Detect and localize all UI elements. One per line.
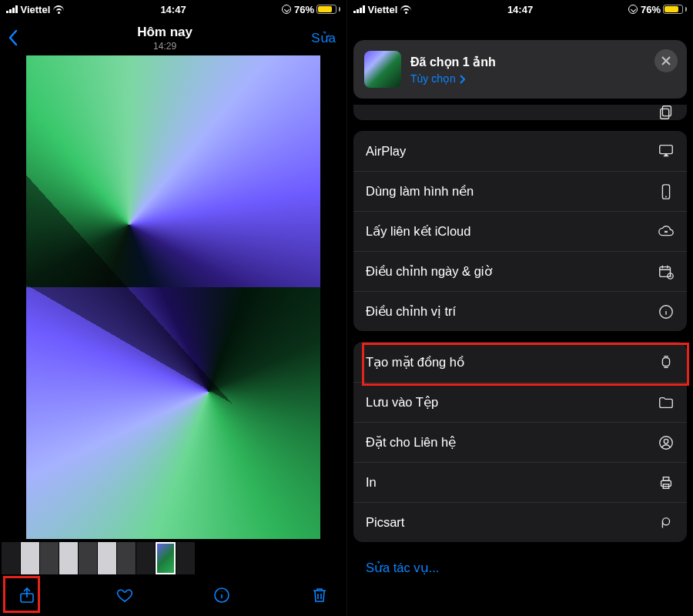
page-subtitle: 14:29 xyxy=(18,41,311,52)
action-wallpaper[interactable]: Dùng làm hình nền xyxy=(353,171,687,211)
calendar-clock-icon xyxy=(654,263,675,280)
status-bar: Viettel 14:47 76% xyxy=(0,0,346,17)
action-label: Picsart xyxy=(366,515,404,530)
phone-right: Viettel 14:47 76% Đã chọn 1 ảnh Tùy chọn xyxy=(346,0,693,616)
action-label: AirPlay xyxy=(366,144,406,159)
selected-photo-thumb xyxy=(364,51,401,88)
info-icon xyxy=(654,303,675,320)
battery-pct: 76% xyxy=(641,4,661,15)
sheet-title: Đã chọn 1 ảnh xyxy=(410,55,496,69)
thumbnail[interactable] xyxy=(136,542,155,574)
back-button[interactable] xyxy=(8,29,18,46)
action-group-2: Tạo mặt đồng hồ Lưu vào Tệp Đặt cho Liên… xyxy=(353,342,687,542)
wifi-icon xyxy=(53,5,64,14)
photo-toolbar xyxy=(0,574,346,616)
sheet-options-link[interactable]: Tùy chọn xyxy=(410,72,496,85)
thumbnail[interactable] xyxy=(21,542,39,574)
wallpaper-image xyxy=(26,55,320,539)
action-assign-contact[interactable]: Đặt cho Liên hệ xyxy=(353,422,687,462)
action-label: Đặt cho Liên hệ xyxy=(366,435,456,450)
chevron-right-icon xyxy=(459,74,465,83)
action-label: In xyxy=(366,475,377,490)
action-create-watch-face[interactable]: Tạo mặt đồng hồ xyxy=(353,342,687,382)
photo-viewer[interactable] xyxy=(26,55,320,539)
carrier-label: Viettel xyxy=(21,4,51,15)
thumbnail[interactable] xyxy=(2,542,20,574)
person-icon xyxy=(654,434,675,451)
orientation-lock-icon xyxy=(282,5,291,14)
svg-rect-4 xyxy=(660,146,673,154)
status-bar: Viettel 14:47 76% xyxy=(347,0,693,17)
thumbnail[interactable] xyxy=(40,542,59,574)
svg-rect-3 xyxy=(661,109,669,119)
action-row-clipped[interactable] xyxy=(353,105,687,120)
svg-rect-14 xyxy=(663,477,668,480)
action-adjust-datetime[interactable]: Điều chỉnh ngày & giờ xyxy=(353,251,687,291)
action-print[interactable]: In xyxy=(353,462,687,502)
orientation-lock-icon xyxy=(628,5,638,14)
battery-indicator: 76% xyxy=(641,4,687,15)
svg-point-6 xyxy=(665,196,667,197)
cloud-link-icon xyxy=(654,223,675,240)
close-button[interactable] xyxy=(654,49,678,72)
action-label: Điều chỉnh ngày & giờ xyxy=(366,264,492,279)
action-group-1: AirPlay Dùng làm hình nền Lấy liên kết i… xyxy=(353,131,687,331)
action-label: Điều chỉnh vị trí xyxy=(366,304,456,319)
copy-icon xyxy=(654,105,675,120)
action-save-to-files[interactable]: Lưu vào Tệp xyxy=(353,382,687,422)
svg-point-16 xyxy=(662,517,669,524)
action-label: Lưu vào Tệp xyxy=(366,395,438,410)
edit-actions-link[interactable]: Sửa tác vụ... xyxy=(353,553,687,575)
action-adjust-location[interactable]: Điều chỉnh vị trí xyxy=(353,291,687,331)
thumbnail[interactable] xyxy=(98,542,116,574)
thumbnail[interactable] xyxy=(79,542,97,574)
picsart-icon xyxy=(654,514,675,531)
battery-indicator: 76% xyxy=(294,4,340,15)
cell-signal-icon xyxy=(353,5,365,13)
svg-rect-13 xyxy=(661,480,671,486)
thumbnail-strip[interactable] xyxy=(0,542,346,574)
thumbnail[interactable] xyxy=(176,542,195,574)
photos-nav-bar: Hôm nay 14:29 Sửa xyxy=(0,17,346,54)
battery-pct: 76% xyxy=(294,4,314,15)
svg-point-12 xyxy=(664,439,668,444)
info-button[interactable] xyxy=(212,585,232,605)
action-label: Lấy liên kết iCloud xyxy=(366,224,470,239)
page-title: Hôm nay xyxy=(18,25,311,40)
favorite-button[interactable] xyxy=(115,585,135,605)
watch-icon xyxy=(654,353,675,370)
thumbnail[interactable] xyxy=(59,542,78,574)
cell-signal-icon xyxy=(6,5,18,13)
edit-button[interactable]: Sửa xyxy=(311,30,336,46)
svg-rect-10 xyxy=(662,358,669,367)
phone-icon xyxy=(654,183,675,200)
delete-button[interactable] xyxy=(310,585,330,605)
wifi-icon xyxy=(400,5,411,14)
folder-icon xyxy=(654,394,675,411)
action-icloud-link[interactable]: Lấy liên kết iCloud xyxy=(353,211,687,251)
action-label: Dùng làm hình nền xyxy=(366,184,474,199)
phone-left: Viettel 14:47 76% Hôm nay 14:29 Sửa xyxy=(0,0,346,616)
printer-icon xyxy=(654,474,675,491)
share-button[interactable] xyxy=(17,585,37,605)
action-label: Tạo mặt đồng hồ xyxy=(366,355,464,370)
svg-rect-2 xyxy=(662,106,671,116)
action-group-partial xyxy=(353,105,687,120)
share-sheet: Đã chọn 1 ảnh Tùy chọn AirPlay xyxy=(353,40,687,616)
action-airplay[interactable]: AirPlay xyxy=(353,131,687,171)
action-picsart[interactable]: Picsart xyxy=(353,502,687,542)
airplay-icon xyxy=(654,142,675,159)
svg-rect-7 xyxy=(660,266,671,276)
share-sheet-header: Đã chọn 1 ảnh Tùy chọn xyxy=(353,40,687,99)
thumbnail[interactable] xyxy=(117,542,136,574)
carrier-label: Viettel xyxy=(368,4,398,15)
thumbnail-selected[interactable] xyxy=(156,542,176,574)
